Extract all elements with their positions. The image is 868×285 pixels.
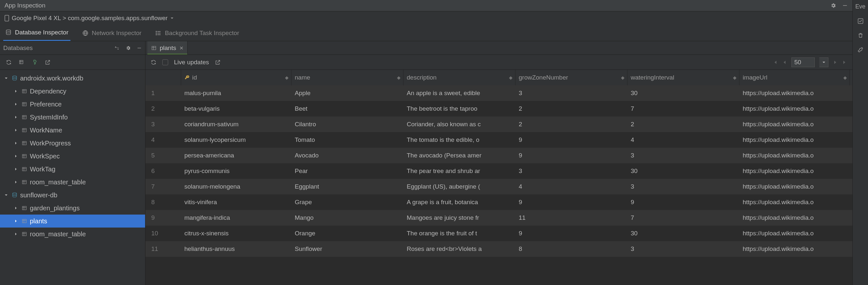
cell[interactable]: helianthus-annuus xyxy=(181,241,291,257)
new-query-icon[interactable] xyxy=(19,59,25,65)
tree-db-node[interactable]: androidx.work.workdb xyxy=(0,72,145,85)
cell[interactable]: https://upload.wikimedia.o xyxy=(740,117,850,132)
wrench-icon[interactable] xyxy=(857,46,864,53)
cell[interactable]: https://upload.wikimedia.o xyxy=(740,85,850,101)
cell[interactable]: https://upload.wikimedia.o xyxy=(740,241,850,257)
tab-database-inspector[interactable]: Database Inspector xyxy=(3,25,70,41)
table-row[interactable]: 8vitis-viniferaGrapeA grape is a fruit, … xyxy=(146,194,852,210)
column-name[interactable]: name◆ xyxy=(291,70,403,85)
tree-table-node[interactable]: WorkName xyxy=(0,124,145,137)
cell[interactable]: https://upload.wikimedia.o xyxy=(740,210,850,226)
cell[interactable]: 7 xyxy=(627,210,740,226)
cell[interactable]: 9 xyxy=(516,194,627,210)
minimize-icon[interactable] xyxy=(842,3,848,8)
live-updates-checkbox[interactable] xyxy=(162,59,168,65)
tree-table-node[interactable]: Dependency xyxy=(0,85,145,98)
caret-right-icon[interactable] xyxy=(13,232,19,236)
cell[interactable]: vitis-vinifera xyxy=(181,194,291,210)
tree-table-node[interactable]: garden_plantings xyxy=(0,201,145,215)
cell[interactable]: malus-pumila xyxy=(181,85,291,101)
caret-right-icon[interactable] xyxy=(13,102,19,106)
column-id[interactable]: id ◆ xyxy=(181,70,291,85)
tree-table-node[interactable]: room_master_table xyxy=(0,227,145,241)
gear-icon[interactable] xyxy=(126,45,131,51)
caret-right-icon[interactable] xyxy=(13,128,19,132)
table-row[interactable]: 7solanum-melongenaEggplantEggplant (US),… xyxy=(146,179,852,194)
cell[interactable]: 3 xyxy=(627,179,740,194)
cell[interactable]: 7 xyxy=(627,101,740,117)
cell[interactable]: 2 xyxy=(627,117,740,132)
db-tree[interactable]: androidx.work.workdbDependencyPreference… xyxy=(0,70,145,243)
cell[interactable]: https://upload.wikimedia.o xyxy=(740,163,850,179)
cell[interactable]: Mango xyxy=(291,210,403,226)
cell[interactable]: 9 xyxy=(516,148,627,163)
cell[interactable]: 30 xyxy=(627,85,740,101)
refresh-icon[interactable] xyxy=(151,59,156,65)
cell[interactable]: 9 xyxy=(627,194,740,210)
tab-network-inspector[interactable]: Network Inspector xyxy=(80,25,144,41)
tree-table-node[interactable]: Preference xyxy=(0,98,145,111)
refresh-icon[interactable] xyxy=(6,59,12,65)
cell[interactable]: Orange xyxy=(291,226,403,241)
cell[interactable]: 4 xyxy=(516,179,627,194)
cell[interactable]: The pear tree and shrub ar xyxy=(403,163,516,179)
table-row[interactable]: 5persea-americanaAvocadoThe avocado (Per… xyxy=(146,148,852,163)
trash-icon[interactable] xyxy=(858,32,864,39)
tree-table-node[interactable]: SystemIdInfo xyxy=(0,111,145,124)
cell[interactable]: A grape is a fruit, botanica xyxy=(403,194,516,210)
table-row[interactable]: 6pyrus-communisPearThe pear tree and shr… xyxy=(146,163,852,179)
cell[interactable]: coriandrum-sativum xyxy=(181,117,291,132)
cell[interactable]: 3 xyxy=(627,241,740,257)
first-page-icon[interactable] xyxy=(773,60,778,65)
cell[interactable]: 11 xyxy=(516,210,627,226)
cell[interactable]: beta-vulgaris xyxy=(181,101,291,117)
tab-background-task-inspector[interactable]: Background Task Inspector xyxy=(153,25,241,41)
cell[interactable]: mangifera-indica xyxy=(181,210,291,226)
tree-table-node[interactable]: WorkSpec xyxy=(0,150,145,163)
column-wateringInterval[interactable]: wateringInterval◆ xyxy=(627,70,740,85)
device-selector[interactable]: Google Pixel 4 XL > com.google.samples.a… xyxy=(0,11,852,25)
tree-table-node[interactable]: WorkTag xyxy=(0,163,145,176)
cell[interactable]: Sunflower xyxy=(291,241,403,257)
cell[interactable]: 3 xyxy=(627,148,740,163)
gear-icon[interactable] xyxy=(830,3,836,8)
cell[interactable]: The beetroot is the taproo xyxy=(403,101,516,117)
caret-right-icon[interactable] xyxy=(13,115,19,119)
table-row[interactable]: 1malus-pumilaAppleAn apple is a sweet, e… xyxy=(146,85,852,101)
caret-right-icon[interactable] xyxy=(13,180,19,184)
cell[interactable]: 3 xyxy=(516,85,627,101)
caret-down-icon[interactable] xyxy=(3,76,9,80)
export-icon[interactable] xyxy=(45,59,51,65)
cell[interactable]: persea-americana xyxy=(181,148,291,163)
cell[interactable]: 9 xyxy=(516,226,627,241)
tree-table-node[interactable]: room_master_table xyxy=(0,176,145,189)
export-icon[interactable] xyxy=(215,59,221,65)
cell[interactable]: Grape xyxy=(291,194,403,210)
caret-right-icon[interactable] xyxy=(13,219,19,223)
caret-right-icon[interactable] xyxy=(13,167,19,171)
close-icon[interactable] xyxy=(180,46,183,50)
cell[interactable]: Roses are red<br>Violets a xyxy=(403,241,516,257)
cell[interactable]: Eggplant (US), aubergine ( xyxy=(403,179,516,194)
cell[interactable]: 8 xyxy=(516,241,627,257)
checkbox-icon[interactable] xyxy=(857,18,864,24)
cell[interactable]: https://upload.wikimedia.o xyxy=(740,226,850,241)
caret-right-icon[interactable] xyxy=(13,89,19,93)
cell[interactable]: 3 xyxy=(516,163,627,179)
cell[interactable]: citrus-x-sinensis xyxy=(181,226,291,241)
cell[interactable]: Mangoes are juicy stone fr xyxy=(403,210,516,226)
editor-tab-plants[interactable]: plants xyxy=(147,41,188,55)
caret-down-icon[interactable] xyxy=(3,193,9,197)
cell[interactable]: https://upload.wikimedia.o xyxy=(740,194,850,210)
cell[interactable]: Pear xyxy=(291,163,403,179)
cell[interactable]: The orange is the fruit of t xyxy=(403,226,516,241)
cell[interactable]: The avocado (Persea amer xyxy=(403,148,516,163)
tree-table-node[interactable]: plants xyxy=(0,215,145,227)
cell[interactable]: solanum-lycopersicum xyxy=(181,132,291,148)
tree-table-node[interactable]: WorkProgress xyxy=(0,137,145,150)
cell[interactable]: https://upload.wikimedia.o xyxy=(740,101,850,117)
split-icon[interactable] xyxy=(114,45,120,51)
page-size-dropdown[interactable] xyxy=(819,58,828,67)
cell[interactable]: The tomato is the edible, o xyxy=(403,132,516,148)
column-rownum[interactable] xyxy=(146,70,181,85)
